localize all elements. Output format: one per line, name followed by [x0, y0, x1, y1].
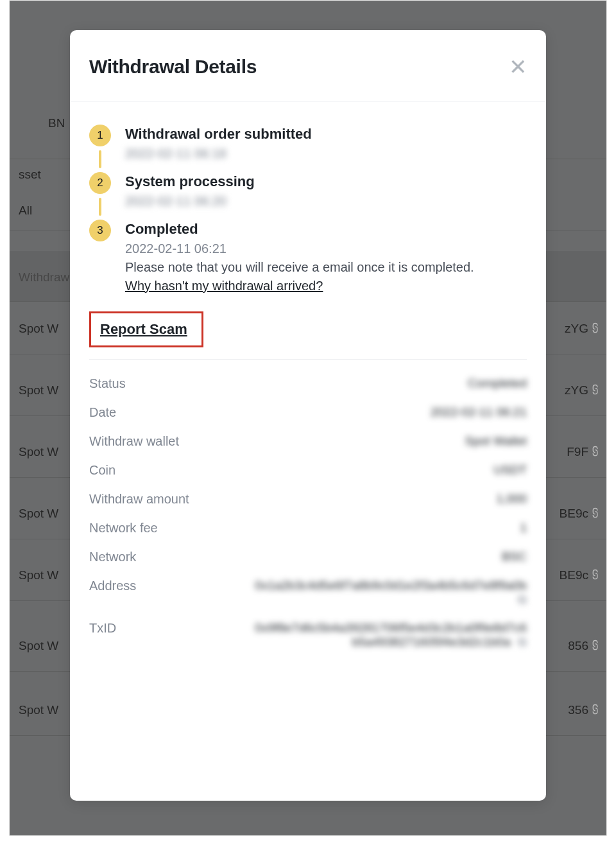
detail-value-withdraw-amount: 1,000	[496, 492, 527, 506]
detail-label-network: Network	[89, 550, 136, 564]
detail-label-coin: Coin	[89, 463, 116, 478]
bg-row-spot: Spot W	[19, 639, 58, 653]
step-1-title: Withdrawal order submitted	[125, 126, 527, 143]
bg-row-spot: Spot W	[19, 383, 58, 397]
bg-header-all: All	[19, 204, 32, 218]
bg-brand-fragment: BN	[48, 116, 65, 130]
withdrawal-details-modal: Withdrawal Details ✕ 1 Withdrawal order …	[70, 30, 546, 801]
bg-right-fragment: F9F	[567, 445, 588, 459]
completed-note: Please note that you will receive a emai…	[125, 260, 527, 275]
report-scam-highlight: Report Scam	[89, 311, 203, 347]
bg-right-fragment: zYG	[565, 383, 588, 397]
bg-row-spot: Spot W	[19, 568, 58, 582]
step-badge-2: 2	[89, 172, 111, 194]
faq-link[interactable]: Why hasn't my withdrawal arrived?	[125, 279, 323, 293]
detail-value-coin: USDT	[493, 463, 527, 477]
detail-value-network: BSC	[502, 550, 527, 564]
detail-label-address: Address	[89, 579, 136, 593]
bg-row-spot: Spot W	[19, 445, 58, 459]
step-connector	[99, 150, 101, 168]
bg-row-spot: Spot W	[19, 322, 58, 336]
step-1-time: 2022-02-11 06:18	[125, 146, 527, 161]
step-2-title: System processing	[125, 173, 527, 190]
detail-value-network-fee: 1	[520, 521, 527, 535]
detail-value-txid: 0x9f8e7d6c5b4a39281706f5e4d3c2b1a0f9e8d7…	[251, 621, 527, 649]
bg-right-fragment: 356	[568, 703, 588, 717]
bg-right-fragment: BE9c	[560, 507, 588, 521]
bg-right-fragment: zYG	[565, 322, 588, 336]
step-2-time: 2022-02-11 06:20	[125, 194, 527, 209]
bg-right-fragment: 856	[568, 639, 588, 653]
report-scam-link[interactable]: Report Scam	[100, 321, 187, 337]
detail-label-network-fee: Network fee	[89, 521, 158, 536]
detail-label-withdraw-amount: Withdraw amount	[89, 492, 189, 507]
bg-header-asset: sset	[19, 168, 41, 182]
bg-row-spot: Spot W	[19, 703, 58, 717]
bg-row-spot: Spot W	[19, 507, 58, 521]
step-3-time: 2022-02-11 06:21	[125, 241, 527, 256]
copy-icon[interactable]: ⧉	[518, 593, 527, 607]
step-badge-1: 1	[89, 125, 111, 146]
step-connector	[99, 198, 101, 216]
detail-label-date: Date	[89, 405, 116, 420]
step-badge-3: 3	[89, 220, 111, 241]
detail-label-withdraw-wallet: Withdraw wallet	[89, 434, 179, 449]
detail-value-date: 2022-02-11 06:21	[431, 405, 527, 419]
close-icon[interactable]: ✕	[509, 56, 527, 78]
bg-right-fragment: BE9c	[560, 568, 588, 582]
detail-value-address: 0x1a2b3c4d5e6f7a8b9c0d1e2f3a4b5c6d7e8f9a…	[251, 579, 527, 607]
divider	[89, 359, 527, 360]
copy-icon[interactable]: ⧉	[518, 635, 527, 649]
detail-label-status: Status	[89, 376, 126, 391]
detail-value-withdraw-wallet: Spot Wallet	[465, 434, 527, 448]
modal-title: Withdrawal Details	[89, 56, 257, 78]
detail-label-txid: TxID	[89, 621, 116, 636]
step-3-title: Completed	[125, 221, 527, 238]
detail-value-status: Completed	[468, 376, 527, 390]
